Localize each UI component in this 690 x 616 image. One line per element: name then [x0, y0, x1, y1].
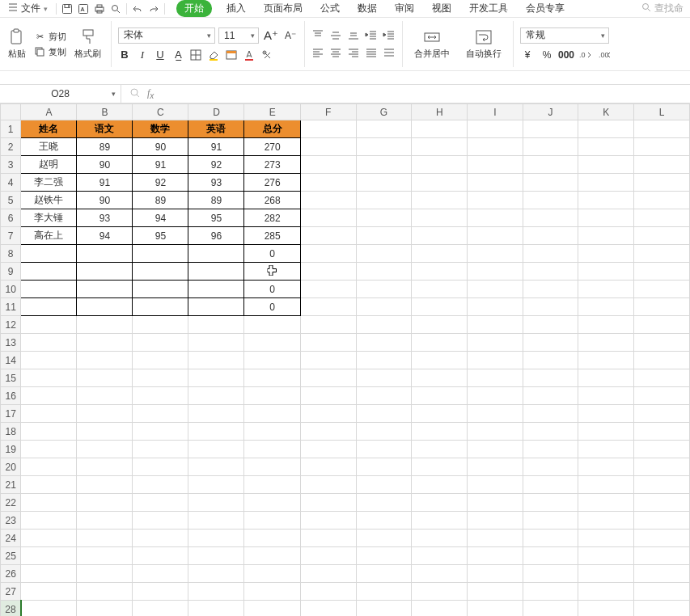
increase-indent-icon[interactable]: [383, 29, 396, 42]
cell[interactable]: [412, 476, 468, 494]
fx-icon[interactable]: fx: [147, 87, 154, 100]
cell[interactable]: [133, 583, 188, 601]
cell[interactable]: [244, 405, 300, 423]
cell[interactable]: [578, 281, 634, 298]
row-header[interactable]: 7: [1, 227, 21, 245]
cell[interactable]: [412, 352, 468, 369]
cell[interactable]: 270: [244, 138, 300, 156]
cell[interactable]: [468, 530, 523, 547]
cell[interactable]: [634, 494, 690, 512]
tab-developer[interactable]: 开发工具: [466, 0, 511, 17]
save-icon[interactable]: [60, 2, 74, 16]
cell[interactable]: [412, 334, 468, 352]
cell[interactable]: [21, 441, 77, 458]
cell[interactable]: [300, 298, 356, 316]
cell[interactable]: [523, 405, 578, 423]
row-header[interactable]: 20: [1, 458, 21, 476]
cell[interactable]: [133, 281, 188, 298]
cell[interactable]: 273: [244, 156, 300, 174]
cell[interactable]: [188, 547, 244, 565]
cell[interactable]: [133, 405, 188, 423]
cell[interactable]: [188, 512, 244, 530]
cell[interactable]: [77, 494, 133, 512]
cell[interactable]: 276: [244, 174, 300, 192]
file-menu[interactable]: 文件 ▾: [3, 2, 53, 15]
cell[interactable]: [300, 583, 356, 601]
cell[interactable]: [77, 565, 133, 583]
justify-icon[interactable]: [365, 47, 378, 60]
row-header[interactable]: 19: [1, 441, 21, 458]
cell[interactable]: [634, 227, 690, 245]
cell[interactable]: [523, 458, 578, 476]
row-header[interactable]: 23: [1, 512, 21, 530]
align-middle-icon[interactable]: [329, 29, 342, 42]
cell[interactable]: [77, 547, 133, 565]
cell[interactable]: [634, 281, 690, 298]
cell[interactable]: [578, 298, 634, 316]
cell[interactable]: [634, 209, 690, 227]
cell[interactable]: [188, 245, 244, 263]
cell[interactable]: [77, 387, 133, 405]
cell[interactable]: 赵明: [21, 156, 77, 174]
column-header[interactable]: H: [412, 104, 468, 120]
cell[interactable]: [634, 263, 690, 281]
cell[interactable]: [523, 227, 578, 245]
cell[interactable]: [578, 405, 634, 423]
cell[interactable]: [356, 352, 412, 369]
cell[interactable]: [188, 405, 244, 423]
cell[interactable]: [468, 156, 523, 174]
cell[interactable]: 0: [244, 298, 300, 316]
cell[interactable]: [412, 192, 468, 209]
cell[interactable]: [412, 316, 468, 334]
cell[interactable]: [21, 369, 77, 387]
cell[interactable]: [244, 423, 300, 441]
cell[interactable]: [578, 476, 634, 494]
cell[interactable]: [412, 174, 468, 192]
cell[interactable]: [300, 263, 356, 281]
cell[interactable]: [244, 512, 300, 530]
cell[interactable]: [523, 441, 578, 458]
cell[interactable]: [300, 458, 356, 476]
tab-page-layout[interactable]: 页面布局: [260, 0, 306, 17]
cell[interactable]: [356, 174, 412, 192]
cell[interactable]: [77, 476, 133, 494]
cell[interactable]: [244, 387, 300, 405]
cell[interactable]: [523, 547, 578, 565]
cell[interactable]: [77, 263, 133, 281]
cell[interactable]: [468, 494, 523, 512]
row-header[interactable]: 12: [1, 316, 21, 334]
cell[interactable]: 91: [133, 156, 188, 174]
cell[interactable]: [244, 369, 300, 387]
row-header[interactable]: 6: [1, 209, 21, 227]
cell[interactable]: [468, 120, 523, 138]
cell[interactable]: [634, 138, 690, 156]
cell[interactable]: [188, 601, 244, 617]
cell[interactable]: [578, 547, 634, 565]
increase-font-icon[interactable]: A⁺: [262, 28, 280, 43]
cell[interactable]: [188, 334, 244, 352]
cell[interactable]: [634, 547, 690, 565]
cell[interactable]: [77, 423, 133, 441]
cell[interactable]: [21, 565, 77, 583]
column-header[interactable]: J: [523, 104, 578, 120]
cell[interactable]: [188, 530, 244, 547]
tab-formula[interactable]: 公式: [317, 0, 343, 17]
cell[interactable]: [300, 192, 356, 209]
cell[interactable]: [244, 530, 300, 547]
cell[interactable]: [188, 369, 244, 387]
cell[interactable]: [77, 512, 133, 530]
cell[interactable]: [468, 369, 523, 387]
row-header[interactable]: 24: [1, 530, 21, 547]
cell[interactable]: [77, 583, 133, 601]
cell[interactable]: [21, 458, 77, 476]
cell[interactable]: [356, 512, 412, 530]
cell[interactable]: [468, 387, 523, 405]
cell[interactable]: [468, 263, 523, 281]
cell[interactable]: 总分: [244, 120, 300, 138]
border-button[interactable]: [189, 49, 202, 61]
cell[interactable]: 李大锤: [21, 209, 77, 227]
cell-style-button[interactable]: [225, 49, 238, 61]
cell[interactable]: [77, 352, 133, 369]
cell[interactable]: [412, 120, 468, 138]
cell[interactable]: 94: [77, 227, 133, 245]
